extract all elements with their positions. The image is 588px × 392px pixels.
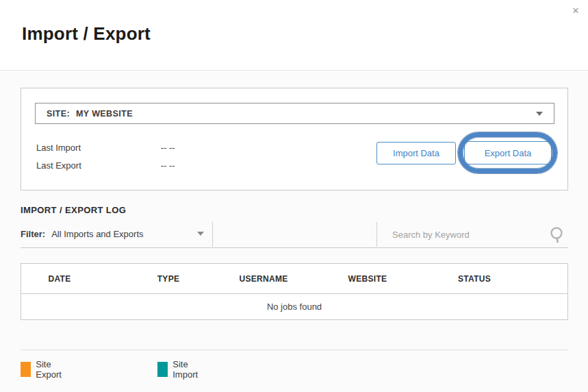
filter-dropdown[interactable]: Filter: All Imports and Exports [21, 221, 144, 247]
search-input[interactable] [391, 223, 558, 245]
last-export-row: Last Export -- -- [36, 160, 175, 171]
last-export-label: Last Export [36, 160, 158, 171]
divider [21, 350, 568, 350]
divider [376, 222, 377, 247]
table-header-row: DATE TYPE USERNAME WEBSITE STATUS [21, 264, 567, 294]
filter-selected-value: All Imports and Exports [51, 229, 143, 239]
column-header-type: TYPE [157, 274, 180, 284]
log-section-heading: IMPORT / EXPORT LOG [21, 205, 126, 215]
site-select-dropdown[interactable]: SITE: MY WEBSITE [35, 103, 554, 124]
filter-label: Filter: [21, 229, 45, 239]
page-title: Import / Export [22, 23, 151, 45]
chevron-down-icon [536, 112, 543, 116]
legend-label: Site Import [172, 359, 203, 380]
empty-state-message: No jobs found [21, 294, 567, 319]
column-header-username: USERNAME [239, 274, 287, 284]
last-export-value: -- -- [161, 160, 175, 171]
filter-bar: Filter: All Imports and Exports [21, 221, 568, 248]
column-header-website: WEBSITE [348, 274, 387, 284]
last-import-row: Last Import -- -- [36, 143, 175, 153]
column-header-date: DATE [49, 274, 71, 284]
search-icon[interactable] [549, 226, 565, 244]
legend-item-site-export: Site Export [21, 359, 66, 380]
column-header-status: STATUS [458, 274, 491, 284]
export-data-button[interactable]: Export Data [464, 141, 552, 164]
jobs-table: DATE TYPE USERNAME WEBSITE STATUS No job… [21, 263, 568, 320]
site-select-label: SITE: [47, 109, 70, 119]
divider [212, 222, 213, 247]
site-export-swatch [21, 362, 31, 377]
site-import-swatch [157, 362, 168, 377]
site-panel: SITE: MY WEBSITE Last Import -- -- Last … [21, 88, 568, 191]
site-select-value: MY WEBSITE [76, 109, 133, 119]
chevron-down-icon [197, 232, 204, 236]
legend-item-site-import: Site Import [157, 359, 203, 380]
modal-header: Import / Export [0, 0, 588, 71]
last-import-label: Last Import [36, 143, 158, 153]
import-data-button[interactable]: Import Data [376, 142, 456, 164]
legend-label: Site Export [36, 359, 66, 380]
last-import-value: -- -- [161, 143, 175, 153]
close-icon[interactable]: ✕ [570, 5, 582, 17]
